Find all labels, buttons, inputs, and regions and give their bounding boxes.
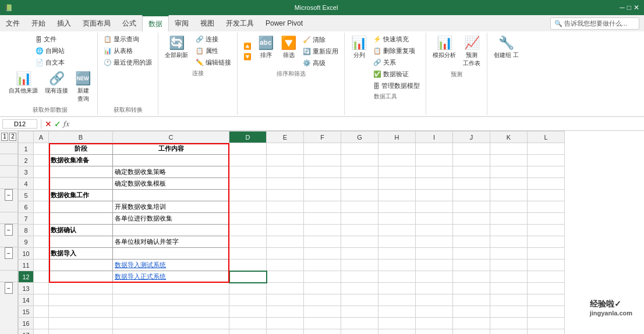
cell-l2[interactable] [528, 155, 565, 166]
cell-c12[interactable]: 数据导入正式系统 [113, 271, 229, 283]
cell-d4[interactable] [229, 178, 267, 190]
cell-j4[interactable] [453, 178, 490, 190]
cell-a2[interactable] [34, 155, 49, 166]
col-header-i[interactable]: I [416, 132, 453, 143]
cell-b13[interactable] [49, 283, 113, 294]
col-header-l[interactable]: L [528, 132, 565, 143]
cell-d8[interactable] [229, 225, 267, 236]
cell-i8[interactable] [416, 225, 453, 236]
cell-d5[interactable] [229, 190, 267, 201]
cell-k10[interactable] [490, 248, 528, 260]
cell-k12[interactable] [490, 271, 528, 283]
cell-f13[interactable] [304, 283, 341, 294]
cell-g15[interactable] [341, 306, 378, 318]
cell-a8[interactable] [34, 225, 49, 236]
cell-c14[interactable] [113, 294, 229, 306]
row-group-btn-1[interactable]: − [5, 189, 13, 201]
btn-show-query[interactable]: 📋 显示查询 [101, 34, 141, 45]
cell-f15[interactable] [304, 306, 341, 318]
cell-d1[interactable] [229, 143, 267, 155]
cell-h4[interactable] [378, 178, 416, 190]
btn-new-query[interactable]: 🆕 新建查询 [72, 69, 94, 105]
btn-advanced[interactable]: ⚙️ 高级 [300, 58, 341, 69]
cell-h14[interactable] [378, 294, 416, 306]
tab-review[interactable]: 审阅 [169, 15, 194, 31]
insert-function-icon[interactable]: 𝑓𝑥 [63, 119, 69, 129]
col-header-a[interactable]: A [34, 132, 49, 143]
btn-access[interactable]: 🗄 文件 [33, 34, 59, 45]
cell-l17[interactable] [528, 329, 565, 335]
cell-l9[interactable] [528, 236, 565, 248]
cell-l11[interactable] [528, 260, 565, 271]
cell-k14[interactable] [490, 294, 528, 306]
cell-a16[interactable] [34, 318, 49, 329]
cell-g16[interactable] [341, 318, 378, 329]
cell-f9[interactable] [304, 236, 341, 248]
cell-j17[interactable] [453, 329, 490, 335]
cell-b17[interactable] [49, 329, 113, 335]
tab-home[interactable]: 开始 [26, 15, 51, 31]
cell-e16[interactable] [267, 318, 304, 329]
cell-j6[interactable] [453, 201, 490, 213]
cell-i11[interactable] [416, 260, 453, 271]
btn-text[interactable]: 📄 自文本 [33, 57, 67, 68]
cell-i4[interactable] [416, 178, 453, 190]
cell-l16[interactable] [528, 318, 565, 329]
cell-j12[interactable] [453, 271, 490, 283]
cell-g14[interactable] [341, 294, 378, 306]
cell-c16[interactable] [113, 318, 229, 329]
outline-level-1[interactable]: 1 [1, 133, 8, 141]
cell-b6[interactable] [49, 201, 113, 213]
cell-i5[interactable] [416, 190, 453, 201]
maximize-btn[interactable]: □ [627, 3, 631, 12]
cell-a4[interactable] [34, 178, 49, 190]
btn-sort[interactable]: 🔤 排序 [255, 34, 277, 61]
btn-forecast[interactable]: 📈 预测工作表 [460, 34, 483, 69]
cell-e7[interactable] [267, 213, 304, 225]
btn-edit-links[interactable]: ✏️ 编辑链接 [193, 57, 233, 68]
btn-connection[interactable]: 🔗 连接 [193, 34, 233, 45]
cell-b14[interactable] [49, 294, 113, 306]
cell-k16[interactable] [490, 318, 528, 329]
tab-data[interactable]: 数据 [142, 15, 169, 32]
cell-b2[interactable]: 数据收集准备 [49, 155, 113, 166]
row-group-btn-2[interactable]: − [5, 224, 13, 236]
cell-e13[interactable] [267, 283, 304, 294]
cell-f3[interactable] [304, 166, 341, 178]
cell-i3[interactable] [416, 166, 453, 178]
cell-h1[interactable] [378, 143, 416, 155]
btn-other-sources[interactable]: 📊 自其他来源 [6, 69, 41, 105]
cell-k5[interactable] [490, 190, 528, 201]
cell-b4[interactable] [49, 178, 113, 190]
cell-c13[interactable] [113, 283, 229, 294]
cell-i13[interactable] [416, 283, 453, 294]
cell-e15[interactable] [267, 306, 304, 318]
cell-j1[interactable] [453, 143, 490, 155]
cell-c10[interactable] [113, 248, 229, 260]
cell-d17[interactable] [229, 329, 267, 335]
cell-h11[interactable] [378, 260, 416, 271]
cell-l12[interactable] [528, 271, 565, 283]
cell-f11[interactable] [304, 260, 341, 271]
btn-flash-fill[interactable]: ⚡ 快速填充 [371, 34, 422, 45]
cell-k4[interactable] [490, 178, 528, 190]
cell-h17[interactable] [378, 329, 416, 335]
cell-g11[interactable] [341, 260, 378, 271]
cell-f14[interactable] [304, 294, 341, 306]
cell-a5[interactable] [34, 190, 49, 201]
tab-page-layout[interactable]: 页面布局 [77, 15, 116, 31]
cell-c3[interactable]: 确定数据收集策略 [113, 166, 229, 178]
cell-g9[interactable] [341, 236, 378, 248]
cell-g4[interactable] [341, 178, 378, 190]
cell-i15[interactable] [416, 306, 453, 318]
close-btn[interactable]: ✕ [634, 3, 639, 12]
tab-view[interactable]: 视图 [194, 15, 220, 31]
cell-j7[interactable] [453, 213, 490, 225]
cell-k3[interactable] [490, 166, 528, 178]
cell-f2[interactable] [304, 155, 341, 166]
cell-j9[interactable] [453, 236, 490, 248]
btn-group[interactable]: 🔧 创建组 工 [491, 34, 522, 61]
cell-l1[interactable] [528, 143, 565, 155]
cell-f17[interactable] [304, 329, 341, 335]
btn-what-if[interactable]: 📊 模拟分析 [430, 34, 459, 69]
